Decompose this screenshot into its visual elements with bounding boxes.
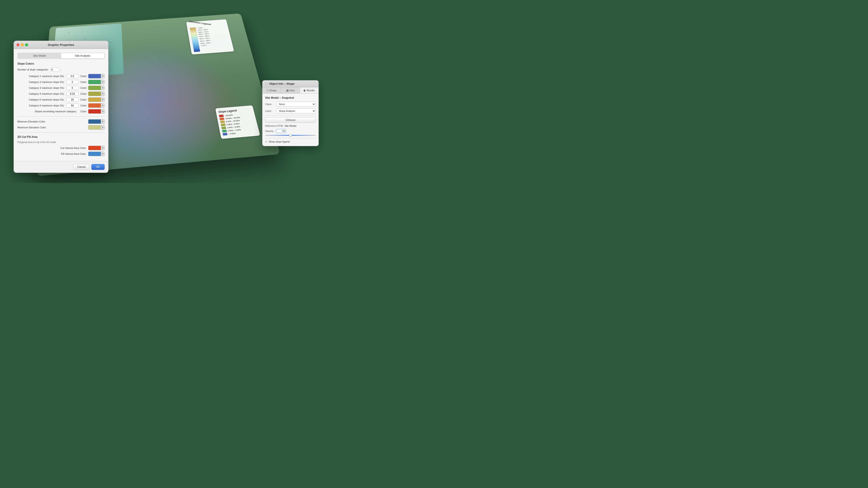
category-1-row: Category 1 maximum slope (%): Color: ▼ <box>18 74 105 78</box>
category-3-input[interactable] <box>66 86 79 90</box>
flow-arrow: ↘ <box>110 41 112 43</box>
color-swatch-3[interactable]: ▼ <box>88 86 105 90</box>
dialog-titlebar: Graphic Properties <box>14 41 108 49</box>
main-canvas: ↗ ↓ ↙ → ↗ ↑ ↙ ↓ → ↘ ↑ Elevation Legend <box>0 0 326 183</box>
slope-color <box>219 115 224 117</box>
unfreeze-button[interactable]: Unfreeze <box>265 117 316 123</box>
num-categories-row: Number of slope categories: ⌄ <box>18 68 105 72</box>
oi-section-title: Site Model – Snapshot <box>265 96 316 99</box>
ok-button[interactable]: OK <box>91 164 105 170</box>
category-3-color: Color: ▼ <box>81 86 105 90</box>
slope-color <box>220 121 225 123</box>
minimize-button[interactable] <box>21 43 24 46</box>
exceeding-color-label: Color: <box>81 110 87 113</box>
swatch-4-arrow[interactable]: ▼ <box>101 92 104 96</box>
opacity-slider[interactable] <box>265 135 316 136</box>
object-info-panel: × Object Info – Shape ⬡ Shape ▦ Data ◐ R… <box>262 80 319 146</box>
elevation-labels: > 980.5 970.5 – 980.5 960.5 – 970.5 950.… <box>197 26 211 47</box>
layer-select[interactable]: Slope Analysis <box>276 108 316 113</box>
min-elev-arrow[interactable]: ▼ <box>101 120 104 124</box>
color-swatch-6[interactable]: ▼ <box>88 103 105 108</box>
swatch-2-arrow[interactable]: ▼ <box>101 80 104 84</box>
maximize-button[interactable] <box>25 43 28 46</box>
fill-swatch[interactable]: ▼ <box>88 152 105 156</box>
color-swatch-2[interactable]: ▼ <box>88 80 105 84</box>
reference-dtm-value: Site Model <box>285 125 296 127</box>
flow-arrow: → <box>101 35 103 37</box>
color-swatch-1[interactable]: ▼ <box>88 74 105 78</box>
oi-tab-data[interactable]: ▦ Data <box>281 88 300 93</box>
oi-titlebar: × Object Info – Shape <box>262 80 318 88</box>
slope-colors-label: Slope Colors <box>18 62 105 65</box>
oi-tab-shape[interactable]: ⬡ Shape <box>262 88 281 93</box>
shape-tab-icon: ⬡ <box>267 89 269 92</box>
color-label-5: Color: <box>81 98 87 101</box>
swatch-1 <box>88 74 101 78</box>
tab-site-model[interactable]: Site Model <box>18 53 61 59</box>
max-elev-swatch[interactable]: ▼ <box>88 125 105 130</box>
color-label-4: Color: <box>81 92 87 95</box>
max-elev-arrow[interactable]: ▼ <box>101 125 104 129</box>
layer-label: Layer: <box>265 109 276 112</box>
category-4-row: Category 4 maximum slope (%): Color: ▼ <box>18 92 105 96</box>
cancel-button[interactable]: Cancel <box>73 164 89 170</box>
category-6-row: Category 6 maximum slope (%): Color: ▼ <box>18 103 105 108</box>
color-label-2: Color: <box>81 80 87 84</box>
num-categories-arrow[interactable]: ⌄ <box>60 68 62 71</box>
exceeding-row: Slopes exceeding maximum category: Color… <box>18 109 105 113</box>
slope-color <box>219 118 224 120</box>
max-elev-label: Maximum Elevation Color: <box>18 126 88 129</box>
elev-label: < 910.5 <box>201 44 211 47</box>
slope-label: 2.00% – 5.00% <box>227 125 241 129</box>
cut-arrow[interactable]: ▼ <box>101 146 104 150</box>
swatch-5-arrow[interactable]: ▼ <box>101 98 104 102</box>
category-4-input[interactable] <box>66 92 79 96</box>
close-button[interactable] <box>17 43 20 46</box>
color-label-3: Color: <box>81 87 87 89</box>
cut-fill-desc: Polygonal area on top of the 2D model <box>18 141 105 144</box>
cut-swatch[interactable]: ▼ <box>88 146 105 150</box>
fill-color <box>88 152 101 156</box>
category-2-row: Category 2 maximum slope (%): Color: ▼ <box>18 80 105 84</box>
elevation-legend: Elevation Legend > 980.5 970.5 – 980.5 9… <box>186 19 234 55</box>
divider-1 <box>18 116 105 117</box>
min-elev-label: Minimum Elevation Color: <box>18 120 88 123</box>
swatch-exceeding <box>88 109 101 113</box>
cut-color <box>88 146 101 150</box>
exceeding-color: Color: ▼ <box>81 109 105 113</box>
swatch-exceeding-arrow[interactable]: ▼ <box>101 109 104 113</box>
exceeding-label: Slopes exceeding maximum category: <box>18 110 79 113</box>
color-swatch-4[interactable]: ▼ <box>88 92 105 96</box>
category-5-row: Category 5 maximum slope (%): Color: ▼ <box>18 97 105 102</box>
fill-arrow[interactable]: ▼ <box>101 152 104 156</box>
color-swatch-5[interactable]: ▼ <box>88 97 105 102</box>
category-1-input[interactable] <box>66 74 79 78</box>
color-swatch-exceeding[interactable]: ▼ <box>88 109 105 113</box>
slope-label: 8.33% – 33.00% <box>225 119 240 123</box>
num-categories-input[interactable] <box>51 68 59 72</box>
slope-legend-map: Slope Legend > 50.00% 33.00% – 50.00% 8.… <box>215 105 260 139</box>
slope-color <box>221 127 226 129</box>
layer-row: Layer: Slope Analysis <box>265 108 316 113</box>
tab-site-analysis[interactable]: Site Analysis <box>61 53 104 59</box>
oi-tabs: ⬡ Shape ▦ Data ◐ Render <box>262 88 318 94</box>
dialog-tabs: Site Model Site Analysis <box>18 53 105 59</box>
slope-color <box>223 133 227 135</box>
opacity-row: Opacity: <box>265 129 316 133</box>
opacity-input[interactable] <box>276 129 286 133</box>
swatch-2 <box>88 80 101 84</box>
category-5-input[interactable] <box>66 98 79 102</box>
swatch-6-arrow[interactable]: ▼ <box>101 103 104 107</box>
reference-dtm-row: Reference DTM: Site Model <box>265 125 316 127</box>
oi-divider-2 <box>265 138 316 138</box>
min-elev-swatch[interactable]: ▼ <box>88 119 105 124</box>
category-6-input[interactable] <box>66 103 79 107</box>
oi-tab-render[interactable]: ◐ Render <box>300 88 318 93</box>
class-select[interactable]: None <box>276 102 316 107</box>
swatch-3-arrow[interactable]: ▼ <box>101 86 104 90</box>
swatch-1-arrow[interactable]: ▼ <box>101 74 104 78</box>
show-slope-legend-row: ✓ Show slope legend <box>265 140 316 143</box>
oi-close-button[interactable]: × <box>265 83 268 85</box>
category-2-label: Category 2 maximum slope (%): <box>18 80 66 84</box>
category-2-input[interactable] <box>66 80 79 84</box>
